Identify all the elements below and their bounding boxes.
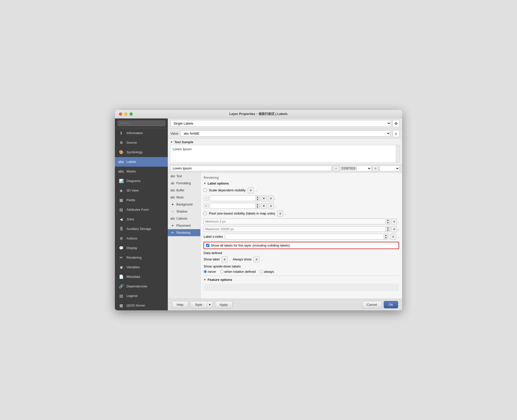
sidebar-item-legend[interactable]: ▤Legend <box>115 291 168 301</box>
scale-min-clear-btn[interactable]: ✕ <box>261 195 267 201</box>
sub-item-buffer[interactable]: abcBuffer <box>168 187 200 194</box>
collapse-arrow-icon[interactable]: ▼ <box>170 141 173 143</box>
sidebar-item-variables[interactable]: ◉Variables <box>115 262 168 272</box>
style-button[interactable]: Style <box>190 301 207 308</box>
reset-button[interactable]: ↩ <box>333 166 340 171</box>
sidebar-item-auxiliarystorage[interactable]: 🗄Auxiliary Storage <box>115 224 168 234</box>
sidebar-item-masks[interactable]: abcMasks <box>115 167 168 176</box>
sidebar-item-metadata[interactable]: 📄Metadata <box>115 272 168 282</box>
pixel-visibility-checkbox[interactable] <box>204 212 207 215</box>
minimize-button[interactable] <box>124 112 127 116</box>
zindex-arrows[interactable]: ▲ ▼ <box>383 234 388 239</box>
min-px-down[interactable]: ▼ <box>386 222 390 224</box>
min-px-arrows[interactable]: ▲ ▼ <box>385 219 390 224</box>
min-px-input[interactable] <box>204 219 385 224</box>
search-input[interactable] <box>117 121 165 126</box>
zindex-down[interactable]: ▼ <box>384 237 388 239</box>
scale-min-expr-btn[interactable]: ≡ <box>268 195 274 201</box>
sub-item-shadow[interactable]: ○Shadow <box>168 208 200 215</box>
maximize-button[interactable] <box>130 112 133 116</box>
sub-item-callouts[interactable]: abcCallouts <box>168 215 200 222</box>
sidebar-item-qgisserver[interactable]: ▦QGIS Server <box>115 301 168 310</box>
min-px-spinbox[interactable]: ▲ ▼ <box>204 219 390 224</box>
zindex-up[interactable]: ▲ <box>384 234 388 237</box>
max-px-down[interactable]: ▼ <box>386 229 390 232</box>
scale-visibility-expr-btn[interactable]: ≡ <box>248 187 254 193</box>
ok-button[interactable]: OK <box>384 301 398 308</box>
scale-min-spinbox[interactable]: 0 ▲ ▼ <box>210 195 260 201</box>
sub-label-mask: Mask <box>176 196 184 199</box>
sub-item-formatting[interactable]: abFormatting <box>168 180 200 187</box>
sub-item-text[interactable]: abcText <box>168 173 200 180</box>
label-text-input[interactable] <box>170 165 332 171</box>
sidebar-item-symbology[interactable]: 🎨Symbology <box>115 147 168 157</box>
min-px-up[interactable]: ▲ <box>386 219 390 222</box>
max-px-spinbox[interactable]: ▲ ▼ <box>204 226 390 232</box>
max-px-input[interactable] <box>204 226 385 232</box>
scale-min-down[interactable]: ▼ <box>255 198 260 201</box>
sidebar-item-diagrams[interactable]: 📊Diagrams <box>115 176 168 186</box>
min-px-expr-btn[interactable]: ≡ <box>391 219 397 225</box>
sidebar-item-joins[interactable]: ◀Joins <box>115 215 168 224</box>
sidebar-item-rendering[interactable]: ✏Rendering <box>115 253 168 262</box>
sidebar-item-labels[interactable]: abcLabels <box>115 157 168 167</box>
zindex-input[interactable]: 0.00 <box>225 234 383 239</box>
close-button[interactable] <box>119 112 122 116</box>
scale-min-arrows[interactable]: ▲ ▼ <box>255 196 260 201</box>
scale-select[interactable] <box>356 165 371 171</box>
scale-max-up[interactable]: ▲ <box>255 203 260 206</box>
scale-max-spinbox[interactable]: 0 ▲ ▼ <box>210 203 260 209</box>
radio-always-input[interactable] <box>260 270 263 273</box>
cancel-button[interactable]: Cancel <box>362 301 382 308</box>
sidebar-item-dependencies[interactable]: 🔗Dependencies <box>115 282 168 291</box>
radio-when-rotation[interactable]: when rotation defined <box>220 270 256 274</box>
feature-options-arrow[interactable]: ▼ <box>204 278 206 281</box>
cursor-tool-button[interactable]: ⊹ <box>372 165 378 171</box>
sub-item-rendering[interactable]: ✏Rendering <box>168 229 200 236</box>
max-px-expr-btn[interactable]: ≡ <box>391 226 397 232</box>
value-field-select[interactable]: abc NAME <box>180 130 391 137</box>
sub-icon-formatting: ab <box>170 182 175 185</box>
scale-min-input[interactable]: 0 <box>210 196 255 201</box>
sidebar-item-actions[interactable]: ⚙Actions <box>115 234 168 243</box>
help-button[interactable]: Help <box>172 301 188 308</box>
sidebar-item-fields[interactable]: ▦Fields <box>115 195 168 205</box>
zoom-select[interactable] <box>379 165 400 171</box>
sidebar-item-display[interactable]: 💬Display <box>115 243 168 253</box>
radio-always[interactable]: always <box>260 270 274 274</box>
apply-button[interactable]: Apply <box>215 301 233 308</box>
label-type-select[interactable]: Single Labels <box>170 120 391 127</box>
scale-max-arrows[interactable]: ▲ ▼ <box>255 203 260 208</box>
show-label-text: Show label <box>204 257 220 261</box>
sub-item-placement[interactable]: ✦Placement <box>168 222 200 229</box>
expression-button[interactable]: ε <box>393 130 400 137</box>
scale-max-expr-btn[interactable]: ≡ <box>268 203 274 209</box>
preview-scrollbar[interactable] <box>396 145 399 162</box>
max-px-up[interactable]: ▲ <box>386 227 390 229</box>
zindex-spinbox[interactable]: 0.00 ▲ ▼ <box>225 234 388 239</box>
zindex-expr-btn[interactable]: ≡ <box>390 234 396 240</box>
sidebar-item-3dview[interactable]: ◈3D View <box>115 186 168 195</box>
max-px-arrows[interactable]: ▲ ▼ <box>385 227 390 232</box>
always-show-expr-btn[interactable]: ≡ <box>253 256 260 262</box>
label-options-arrow[interactable]: ▼ <box>204 182 206 185</box>
label-settings-button[interactable]: ⚙ <box>393 120 400 127</box>
style-dropdown-button[interactable]: ▼ <box>207 301 213 308</box>
scale-max-clear-btn[interactable]: ✕ <box>261 203 267 209</box>
radio-never-input[interactable] <box>204 270 207 273</box>
sidebar-item-attributesform[interactable]: ▤Attributes Form <box>115 205 168 215</box>
sub-item-background[interactable]: ♥Background <box>168 201 200 208</box>
show-all-labels-checkbox[interactable] <box>206 244 209 247</box>
sidebar-item-source[interactable]: ⚙Source <box>115 138 168 147</box>
show-label-expr-btn[interactable]: ≡ <box>222 256 228 262</box>
pixel-visibility-expr-btn[interactable]: ≡ <box>277 211 283 217</box>
sub-item-mask[interactable]: abcMask <box>168 194 200 201</box>
scale-min-up[interactable]: ▲ <box>255 196 260 198</box>
sidebar-item-information[interactable]: ℹInformation <box>115 128 168 138</box>
scale-max-down[interactable]: ▼ <box>255 206 260 208</box>
settings-panel: Rendering ▼ Label options Scale dependen… <box>201 173 402 299</box>
scale-max-input[interactable]: 0 <box>210 203 255 208</box>
radio-when-rotation-input[interactable] <box>220 270 223 273</box>
radio-never[interactable]: never <box>204 270 216 274</box>
scale-visibility-checkbox[interactable] <box>204 189 207 192</box>
